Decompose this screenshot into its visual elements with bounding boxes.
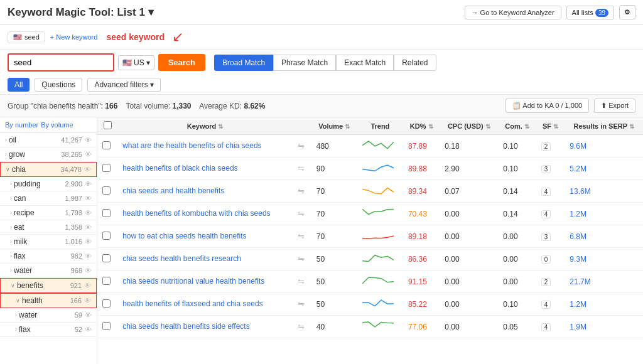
keyword-link[interactable]: health benefits of flaxseed and chia see… (122, 299, 263, 308)
eye-icon[interactable]: 👁 (85, 326, 92, 333)
eye-icon[interactable]: 👁 (85, 252, 92, 260)
list-name[interactable]: List 1 (117, 6, 144, 18)
keyword-link[interactable]: chia seeds and health benefits (122, 186, 224, 195)
table-row: health benefits of black chia seeds⇋9089… (97, 158, 643, 180)
col-kd[interactable]: KD% ⇅ (403, 117, 440, 135)
stats-info: Group "chia benefits health": 166 Total … (8, 102, 265, 110)
table-row: what are the health benefits of chia see… (97, 135, 643, 158)
list-dropdown-icon[interactable]: ▾ (148, 6, 154, 18)
eye-icon[interactable]: 👁 (84, 297, 91, 304)
sidebar-item-water2[interactable]: › water 59 👁 (0, 308, 97, 323)
keyword-link[interactable]: chia seeds health benefits research (122, 254, 241, 263)
sidebar-item-can[interactable]: › can 1,987 👁 (0, 191, 97, 206)
sidebar-item-milk[interactable]: › milk 1,016 👁 (0, 235, 97, 249)
sidebar-item-count: 41,267 (61, 136, 82, 144)
phrase-match-button[interactable]: Phrase Match (273, 55, 336, 71)
row-checkbox[interactable] (102, 186, 111, 195)
col-com[interactable]: Com. ⇅ (498, 117, 536, 135)
search-input[interactable] (8, 53, 114, 72)
sidebar-item-chia[interactable]: ∨ chia 34,478 👁 (0, 162, 97, 177)
col-trend[interactable]: Trend (357, 117, 403, 135)
sidebar-item-oil[interactable]: › oil 41,267 👁 (0, 133, 97, 147)
row-checkbox[interactable] (102, 209, 111, 217)
sidebar-item-flax2[interactable]: › flax 52 👁 (0, 323, 97, 337)
col-keyword[interactable]: Keyword ⇅ (117, 117, 293, 135)
volume-cell: 70 (311, 225, 357, 248)
sidebar-item-eat[interactable]: › eat 1,358 👁 (0, 220, 97, 235)
keyword-link[interactable]: health benefits of kombucha with chia se… (122, 209, 270, 218)
sidebar-item-label: chia (12, 165, 60, 174)
add-to-ka-button[interactable]: 📋 Add to KA 0 / 1,000 (505, 99, 589, 113)
keyword-action-icon[interactable]: ⇋ (298, 254, 305, 264)
keyword-link[interactable]: health benefits of black chia seeds (122, 164, 237, 173)
row-checkbox[interactable] (102, 299, 111, 308)
exact-match-button[interactable]: Exact Match (336, 55, 394, 71)
country-select[interactable]: 🇺🇸 US ▾ (118, 55, 154, 70)
col-cpc[interactable]: CPC (USD) ⇅ (440, 117, 498, 135)
col-volume[interactable]: Volume ⇅ (311, 117, 357, 135)
sidebar-item-pudding[interactable]: › pudding 2,900 👁 (0, 177, 97, 191)
sidebar-item-grow[interactable]: › grow 38,265 👁 (0, 147, 97, 162)
keyword-action-icon[interactable]: ⇋ (298, 186, 305, 196)
row-checkbox[interactable] (102, 232, 111, 240)
add-keyword-button[interactable]: + New keyword (50, 33, 98, 41)
eye-icon[interactable]: 👁 (85, 311, 92, 319)
keyword-action-icon[interactable]: ⇋ (298, 141, 305, 151)
eye-icon[interactable]: 👁 (85, 195, 92, 202)
go-to-ka-button[interactable]: → Go to Keyword Analyzer (465, 6, 561, 19)
keyword-action-icon[interactable]: ⇋ (298, 322, 305, 331)
settings-button[interactable]: ⚙ (619, 5, 635, 19)
eye-icon[interactable]: 👁 (85, 151, 92, 158)
sidebar-item-label: milk (14, 237, 65, 246)
keyword-link[interactable]: chia seeds health benefits side effects (122, 322, 250, 331)
col-sf[interactable]: SF ⇅ (536, 117, 565, 135)
sf-cell: 2 (536, 270, 565, 293)
eye-icon[interactable]: 👁 (85, 209, 92, 217)
row-checkbox[interactable] (102, 164, 111, 172)
keyword-action-icon[interactable]: ⇋ (298, 277, 305, 286)
advanced-filters-button[interactable]: Advanced filters ▾ (87, 78, 161, 92)
keyword-action-icon[interactable]: ⇋ (298, 164, 305, 173)
sf-cell: 4 (536, 293, 565, 316)
sidebar-item-health[interactable]: ∨ health 166 👁 (0, 293, 97, 308)
sidebar-item-flax[interactable]: › flax 982 👁 (0, 249, 97, 264)
results-cell: 1.2M (565, 203, 643, 225)
row-checkbox[interactable] (102, 141, 111, 149)
keyword-link[interactable]: how to eat chia seeds health benefits (122, 232, 246, 240)
eye-icon[interactable]: 👁 (84, 166, 91, 173)
country-chevron-icon: ▾ (146, 58, 150, 67)
keyword-action-icon[interactable]: ⇋ (298, 209, 305, 218)
all-lists-button[interactable]: All lists 39 (566, 6, 614, 19)
col-results[interactable]: Results in SERP ⇅ (565, 117, 643, 135)
row-checkbox[interactable] (102, 254, 111, 262)
sidebar-item-recipe[interactable]: › recipe 1,793 👁 (0, 206, 97, 220)
cpc-cell: 0.00 (440, 225, 498, 248)
group-count: 166 (105, 102, 117, 110)
select-all-checkbox[interactable] (104, 121, 112, 129)
keyword-link[interactable]: what are the health benefits of chia see… (122, 141, 261, 150)
row-checkbox[interactable] (102, 277, 111, 285)
questions-filter-button[interactable]: Questions (35, 78, 82, 92)
sidebar-item-benefits[interactable]: ∨ benefits 921 👁 (0, 278, 97, 293)
keyword-link[interactable]: chia seeds nutritional value health bene… (122, 277, 264, 286)
broad-match-button[interactable]: Broad Match (214, 55, 273, 71)
eye-icon[interactable]: 👁 (85, 223, 92, 231)
sidebar-item-water[interactable]: › water 968 👁 (0, 264, 97, 278)
eye-icon[interactable]: 👁 (85, 267, 92, 274)
export-button[interactable]: ⬆ Export (594, 99, 635, 113)
eye-icon[interactable]: 👁 (85, 180, 92, 188)
eye-icon[interactable]: 👁 (85, 238, 92, 245)
sort-by-volume-button[interactable]: By volume (41, 121, 73, 129)
all-filter-button[interactable]: All (8, 78, 30, 92)
related-match-button[interactable]: Related (394, 55, 436, 71)
row-checkbox[interactable] (102, 322, 111, 330)
chevron-down-icon: ∨ (6, 166, 10, 173)
search-button[interactable]: Search (158, 54, 205, 71)
sort-by-number-button[interactable]: By number (5, 121, 38, 129)
eye-icon[interactable]: 👁 (85, 136, 92, 144)
eye-icon[interactable]: 👁 (84, 282, 91, 289)
keyword-action-icon[interactable]: ⇋ (298, 232, 305, 241)
trend-sparkline (362, 319, 394, 332)
adv-filters-chevron-icon: ▾ (150, 80, 154, 89)
keyword-action-icon[interactable]: ⇋ (298, 299, 305, 309)
